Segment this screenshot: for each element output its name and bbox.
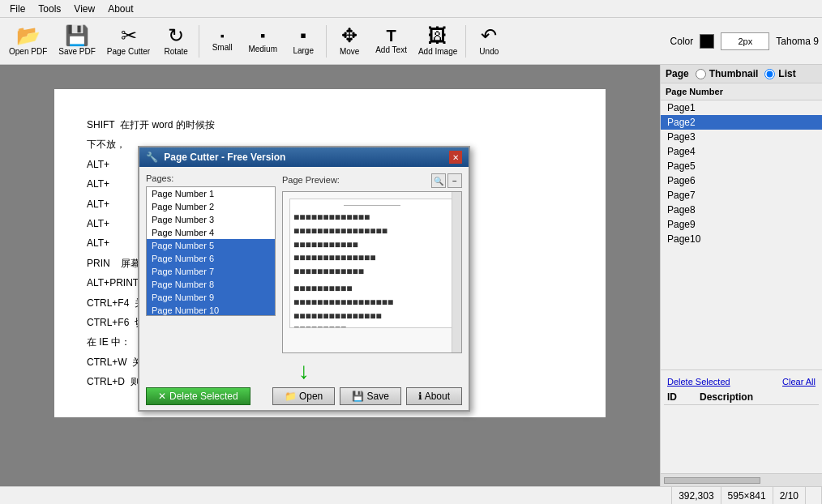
open-pdf-label: Open PDF xyxy=(9,47,47,56)
open-label: Open xyxy=(299,391,323,402)
modal-page-item-9[interactable]: Page Number 9 xyxy=(147,291,275,304)
desc-column-header: Description xyxy=(700,391,816,403)
modal-overlay: 🔧 Page Cutter - Free Version ✕ Pages: Pa… xyxy=(0,65,660,486)
modal-page-item-3[interactable]: Page Number 3 xyxy=(147,213,275,226)
clear-all-link[interactable]: Clear All xyxy=(782,377,816,387)
font-label: Tahoma 9 xyxy=(776,36,819,47)
open-icon: 📁 xyxy=(285,391,297,402)
preview-scrollbar[interactable] xyxy=(452,192,461,352)
small-icon: ▪ xyxy=(220,30,225,41)
page-list-item-10[interactable]: Page10 xyxy=(661,232,822,246)
menu-view[interactable]: View xyxy=(67,2,101,16)
pages-list[interactable]: Page Number 1Page Number 2Page Number 3P… xyxy=(146,186,276,316)
modal-page-item-10[interactable]: Page Number 10 xyxy=(147,304,275,316)
add-image-icon: 🖼 xyxy=(428,26,447,45)
status-bar: 392,303 595×841 2/10 xyxy=(0,486,822,504)
status-coords: 392,303 xyxy=(672,487,721,504)
page-list-item-8[interactable]: Page8 xyxy=(661,203,822,217)
save-icon: 💾 xyxy=(352,391,364,402)
large-icon: ▪ xyxy=(300,27,306,45)
save-pdf-button[interactable]: 💾 Save PDF xyxy=(53,20,101,62)
open-pdf-icon: 📂 xyxy=(16,26,41,45)
add-text-button[interactable]: T Add Text xyxy=(370,20,413,62)
delete-selected-button[interactable]: ✕ Delete Selected xyxy=(146,387,250,405)
page-list-item-4[interactable]: Page4 xyxy=(661,144,822,159)
right-panel: Page Thumbnail List Page Number Page1Pag… xyxy=(660,65,822,486)
list-radio[interactable] xyxy=(764,69,775,79)
dialog-title-bar[interactable]: 🔧 Page Cutter - Free Version ✕ xyxy=(139,147,469,167)
menu-about[interactable]: About xyxy=(101,2,139,16)
panel-bottom-actions: Delete Selected Clear All xyxy=(664,374,819,390)
move-icon: ✥ xyxy=(341,26,357,45)
add-image-label: Add Image xyxy=(418,47,457,56)
page-list-item-9[interactable]: Page9 xyxy=(661,217,822,232)
separator-1 xyxy=(199,25,199,58)
about-button[interactable]: ℹ About xyxy=(406,387,462,405)
open-pdf-button[interactable]: 📂 Open PDF xyxy=(3,20,53,62)
rotate-button[interactable]: ↻ Rotate xyxy=(156,20,196,62)
zoom-in-button[interactable]: 🔍 xyxy=(431,173,446,188)
panel-section-header: Page Number xyxy=(661,83,822,100)
preview-page: —————————————— ■■■■■■■■■■■■■ ■■■■■■■■■■■… xyxy=(289,199,455,328)
modal-page-item-5[interactable]: Page Number 5 xyxy=(147,239,275,252)
thumbnail-label: Thumbnail xyxy=(709,68,759,79)
panel-horizontal-scrollbar[interactable] xyxy=(661,473,822,486)
menu-tools[interactable]: Tools xyxy=(32,2,67,16)
modal-page-item-4[interactable]: Page Number 4 xyxy=(147,226,275,239)
small-button[interactable]: ▪ Small xyxy=(202,20,242,62)
modal-page-item-2[interactable]: Page Number 2 xyxy=(147,200,275,213)
panel-header: Page Thumbnail List xyxy=(661,65,822,83)
rotate-label: Rotate xyxy=(164,47,187,56)
page-list[interactable]: Page1Page2Page3Page4Page5Page6Page7Page8… xyxy=(661,100,822,369)
separator-3 xyxy=(465,25,466,58)
panel-table-header: ID Description xyxy=(664,390,819,405)
doc-area[interactable]: SHIFT 在打开 word 的时候按 下不放， ALT+ ALT+ ALT+ … xyxy=(0,65,660,486)
page-cutter-icon: ✂ xyxy=(121,26,137,45)
about-label: About xyxy=(425,391,450,402)
page-list-item-5[interactable]: Page5 xyxy=(661,159,822,173)
modal-page-item-7[interactable]: Page Number 7 xyxy=(147,265,275,278)
page-list-item-1[interactable]: Page1 xyxy=(661,100,822,115)
about-icon: ℹ xyxy=(418,391,422,402)
modal-page-item-8[interactable]: Page Number 8 xyxy=(147,278,275,291)
thumbnail-radio-group: Thumbnail xyxy=(696,68,759,79)
delete-selected-link[interactable]: Delete Selected xyxy=(667,377,730,387)
dialog-left-panel: Pages: Page Number 1Page Number 2Page Nu… xyxy=(146,173,276,353)
save-label: Save xyxy=(367,391,389,402)
toolbar: 📂 Open PDF 💾 Save PDF ✂ Page Cutter ↻ Ro… xyxy=(0,18,822,65)
main-area: SHIFT 在打开 word 的时候按 下不放， ALT+ ALT+ ALT+ … xyxy=(0,65,822,486)
add-image-button[interactable]: 🖼 Add Image xyxy=(413,20,463,62)
preview-box: —————————————— ■■■■■■■■■■■■■ ■■■■■■■■■■■… xyxy=(282,191,462,353)
dialog-close-button[interactable]: ✕ xyxy=(449,151,462,164)
page-list-item-7[interactable]: Page7 xyxy=(661,188,822,203)
open-button[interactable]: 📁 Open xyxy=(272,387,336,405)
page-list-item-6[interactable]: Page6 xyxy=(661,173,822,188)
menu-file[interactable]: File xyxy=(3,2,32,16)
medium-button[interactable]: ▪ Medium xyxy=(242,20,283,62)
page-list-item-2[interactable]: Page2 xyxy=(661,115,822,130)
stroke-display: 2px xyxy=(721,32,769,50)
modal-page-item-6[interactable]: Page Number 6 xyxy=(147,252,275,265)
page-list-item-3[interactable]: Page3 xyxy=(661,130,822,144)
color-label: Color xyxy=(670,36,694,47)
page-cutter-button[interactable]: ✂ Page Cutter xyxy=(101,20,156,62)
separator-2 xyxy=(326,25,327,58)
save-button[interactable]: 💾 Save xyxy=(340,387,401,405)
color-swatch[interactable] xyxy=(700,34,714,49)
undo-icon: ↶ xyxy=(481,26,497,45)
status-page-num: 2/10 xyxy=(773,487,806,504)
rotate-icon: ↻ xyxy=(168,26,184,45)
status-end xyxy=(806,487,822,504)
large-button[interactable]: ▪ Large xyxy=(283,20,323,62)
thumbnail-radio[interactable] xyxy=(696,69,706,79)
move-button[interactable]: ✥ Move xyxy=(329,20,370,62)
modal-page-item-1[interactable]: Page Number 1 xyxy=(147,187,275,200)
delete-label: Delete Selected xyxy=(169,391,238,402)
small-label: Small xyxy=(212,43,233,52)
id-column-header: ID xyxy=(667,391,700,403)
undo-button[interactable]: ↶ Undo xyxy=(469,20,509,62)
zoom-out-button[interactable]: − xyxy=(447,173,462,188)
menu-bar: File Tools View About xyxy=(0,0,822,18)
preview-inner: —————————————— ■■■■■■■■■■■■■ ■■■■■■■■■■■… xyxy=(283,192,461,352)
status-page-size: 595×841 xyxy=(721,487,773,504)
